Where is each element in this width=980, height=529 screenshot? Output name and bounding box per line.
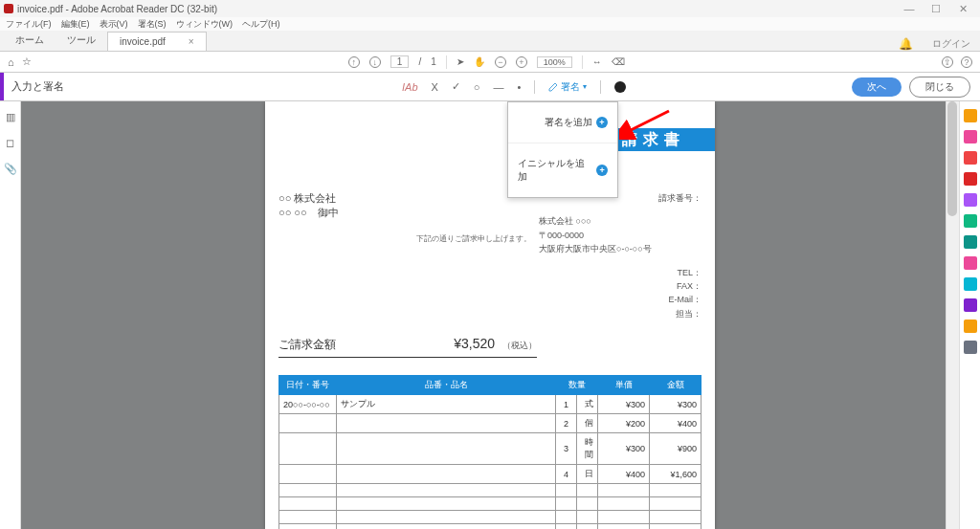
help-button[interactable]: ? [961,56,972,68]
minimize-button[interactable]: — [896,3,923,14]
th-item: 品番・品名 [337,376,556,395]
tel-label: TEL： [539,266,702,279]
recipient-name: ○○ ○○ 御中 [278,206,539,220]
th-amount: 金額 [650,376,702,395]
line-tool-icon[interactable]: — [494,81,504,93]
menu-window[interactable]: ウィンドウ(W) [176,18,234,31]
text-tool-icon[interactable]: IAb [402,81,418,93]
amount-label: ご請求金額 [278,337,454,353]
th-price: 単価 [598,376,650,395]
table-row: 4日¥400¥1,600 [279,465,702,484]
rtool-4[interactable] [964,172,977,186]
tab-row: ホーム ツール invoice.pdf × 🔔 ログイン [0,31,980,52]
tab-document[interactable]: invoice.pdf × [107,32,207,51]
share-button[interactable]: ⇪ [942,56,953,68]
tab-tools[interactable]: ツール [56,30,107,51]
table-row [279,484,702,497]
table-row [279,511,702,524]
fax-label: FAX： [539,279,702,293]
close-button[interactable]: 閉じる [909,77,970,98]
zoom-out-button[interactable]: − [495,56,506,68]
menu-help[interactable]: ヘルプ(H) [242,18,280,31]
pen-icon [548,82,558,92]
rtool-2[interactable] [964,130,977,143]
sender-zip: 〒000-0000 [539,229,702,242]
dot-tool-icon[interactable]: • [518,81,522,93]
top-toolbar: ⌂ ☆ ↑ ↓ 1 / 1 ➤ ✋ − + 100% ↔ ⌫ ⇪ ? [0,52,980,73]
bell-icon[interactable]: 🔔 [899,37,913,51]
tab-document-label: invoice.pdf [120,36,166,47]
menu-view[interactable]: 表示(V) [100,18,128,31]
email-label: E-Mail： [539,293,702,306]
bookmark-icon[interactable]: ◻ [6,137,14,149]
title-bar: invoice.pdf - Adobe Acrobat Reader DC (3… [0,0,980,17]
table-row: 3時間¥300¥900 [279,433,702,465]
menu-sign[interactable]: 署名(S) [138,18,167,31]
rtool-1[interactable] [964,109,977,122]
rtool-10[interactable] [964,320,977,333]
purple-strip [0,73,4,100]
close-window-button[interactable]: ✕ [949,3,976,15]
table-row: 2個¥200¥400 [279,414,702,433]
circle-tool-icon[interactable]: ○ [474,81,480,93]
star-icon[interactable]: ☆ [22,55,32,68]
eraser-icon[interactable]: ⌫ [612,56,625,67]
rtool-5[interactable] [964,193,977,207]
left-rail: ▥ ◻ 📎 [0,101,21,529]
page-sep: / [418,56,421,67]
sender-company: 株式会社 ○○○ [539,214,702,228]
th-date: 日付・番号 [279,376,337,395]
rtool-sign[interactable] [964,298,977,312]
menu-edit[interactable]: 編集(E) [61,18,90,31]
page-down-button[interactable]: ↓ [369,56,381,68]
menu-bar: ファイル(F) 編集(E) 表示(V) 署名(S) ウィンドウ(W) ヘルプ(H… [0,17,980,31]
sign-toolbar-title: 入力と署名 [11,79,64,94]
next-button[interactable]: 次へ [852,77,902,97]
amount-value: ¥3,520 [454,336,495,351]
fit-width-icon[interactable]: ↔ [592,56,602,67]
invoice-note: 下記の通りご請求申し上げます。 [278,233,539,244]
thumbnails-icon[interactable]: ▥ [6,111,15,123]
menu-file[interactable]: ファイル(F) [6,18,52,31]
plus-icon: + [596,165,608,176]
tab-home[interactable]: ホーム [4,30,56,51]
vertical-scrollbar[interactable] [946,101,959,529]
zoom-in-button[interactable]: + [516,56,527,68]
sender-address: 大阪府大阪市中央区○-○-○○号 [539,242,702,255]
tanto-label: 担当： [539,307,702,320]
document-viewer[interactable]: 署名を追加 + イニシャルを追加 + 請求書 ○○ 株式会社 ○○ ○○ 御中 [21,101,959,529]
amount-tax: （税込） [495,340,537,352]
maximize-button[interactable]: ☐ [923,3,949,15]
add-initial-item[interactable]: イニシャルを追加 + [508,143,617,197]
tab-close-icon[interactable]: × [189,36,194,47]
pointer-tool-icon[interactable]: ➤ [457,56,464,67]
rtool-9[interactable] [964,277,977,291]
zoom-level[interactable]: 100% [537,56,572,68]
rtool-6[interactable] [964,214,977,228]
recipient-company: ○○ 株式会社 [278,191,539,206]
document-page: 請求書 ○○ 株式会社 ○○ ○○ 御中 下記の通りご請求申し上げます。 請求番… [265,101,715,529]
attachment-icon[interactable]: 📎 [4,163,17,175]
page-current[interactable]: 1 [390,55,410,68]
table-row [279,497,702,511]
chevron-down-icon: ▾ [583,82,587,91]
scrollbar-thumb[interactable] [947,101,957,216]
add-signature-label: 署名を追加 [545,116,592,129]
page-total: 1 [431,56,436,67]
rtool-7[interactable] [964,235,977,249]
page-up-button[interactable]: ↑ [348,56,360,68]
check-tool-icon[interactable]: ✓ [452,80,460,93]
x-tool-icon[interactable]: X [432,81,438,93]
rtool-8[interactable] [964,256,977,270]
sign-dropdown[interactable]: 署名 ▾ [548,80,587,94]
login-link[interactable]: ログイン [923,37,980,51]
app-icon [4,4,13,13]
main-area: ▥ ◻ 📎 署名を追加 + イニシャルを追加 + 請求書 [0,101,980,529]
rtool-3[interactable] [964,151,977,165]
hand-tool-icon[interactable]: ✋ [474,56,485,67]
color-picker-dot[interactable] [614,81,626,93]
rtool-11[interactable] [964,341,977,354]
add-signature-item[interactable]: 署名を追加 + [508,102,617,143]
invoice-table: 日付・番号 品番・品名 数量 単価 金額 20○○-○○-○○サンプル1式¥30… [278,375,702,529]
home-icon[interactable]: ⌂ [8,56,14,68]
